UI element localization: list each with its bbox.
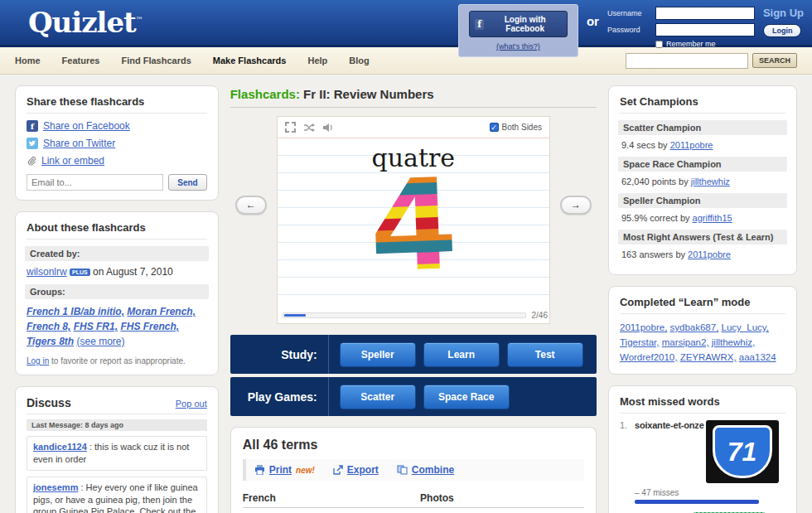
nav-features[interactable]: Features bbox=[62, 56, 100, 65]
group-link[interactable]: Moran French, bbox=[127, 306, 196, 317]
champion-user-link[interactable]: 2011pobre bbox=[670, 140, 713, 150]
next-card-button[interactable]: → bbox=[560, 196, 592, 215]
learn-user-link[interactable]: Wordref2010, bbox=[620, 352, 677, 362]
champion-user-link[interactable]: agriffith15 bbox=[693, 213, 732, 223]
learn-mode-title: Completed “Learn” mode bbox=[620, 296, 785, 314]
flashcard-image-number: 4 bbox=[278, 155, 549, 297]
learn-mode-panel: Completed “Learn” mode 2011pobre, sydbak… bbox=[608, 286, 797, 375]
flashcard-face[interactable]: quatre 4 bbox=[278, 138, 549, 307]
learn-user-link[interactable]: sydbak687, bbox=[670, 322, 719, 332]
nav-home[interactable]: Home bbox=[15, 56, 41, 65]
nav-help[interactable]: Help bbox=[307, 56, 327, 65]
signup-link[interactable]: Sign Up bbox=[763, 7, 804, 19]
remember-me-checkbox[interactable] bbox=[655, 41, 663, 48]
last-message-label: Last Message: 8 days ago bbox=[27, 419, 207, 431]
champion-label: Most Right Answers (Test & Learn) bbox=[618, 230, 787, 244]
all-terms-title: All 46 terms bbox=[243, 438, 584, 453]
right-sidebar: Set Champions Scatter Champion 9.4 secs … bbox=[608, 85, 797, 513]
group-link[interactable]: French 8, bbox=[27, 321, 70, 332]
nav-make-flashcards[interactable]: Make Flashcards bbox=[213, 56, 287, 65]
share-panel: Share these flashcards f Share on Facebo… bbox=[15, 85, 219, 201]
study-label: Study: bbox=[230, 348, 328, 361]
prev-card-button[interactable]: ← bbox=[235, 196, 267, 215]
both-sides-toggle[interactable]: ✓ Both Sides bbox=[490, 123, 542, 132]
champion-user-link[interactable]: jillthewhiz bbox=[691, 177, 730, 186]
share-facebook[interactable]: f Share on Facebook bbox=[27, 120, 207, 132]
login-button[interactable]: Login bbox=[763, 24, 802, 37]
audio-icon[interactable] bbox=[323, 123, 334, 133]
learn-user-link[interactable]: aaa1324 bbox=[739, 352, 776, 362]
facebook-icon: f bbox=[27, 120, 38, 132]
message-user-link[interactable]: kandice1124 bbox=[33, 442, 87, 452]
learn-user-link[interactable]: Tigerstar, bbox=[620, 337, 660, 347]
pop-out-link[interactable]: Pop out bbox=[176, 399, 207, 409]
export-tool[interactable]: Export bbox=[333, 464, 379, 476]
play-games-label: Play Games: bbox=[230, 390, 328, 404]
print-tool[interactable]: Print new! bbox=[254, 464, 315, 476]
whats-this-link[interactable]: (what's this?) bbox=[496, 42, 540, 51]
facebook-login-button[interactable]: f Login with Facebook bbox=[469, 11, 568, 37]
quizlet-logo[interactable]: Quizlet™ bbox=[28, 8, 143, 36]
nav-blog[interactable]: Blog bbox=[349, 56, 369, 65]
groups-label: Groups: bbox=[25, 284, 209, 299]
group-link[interactable]: FHS French, bbox=[120, 321, 179, 332]
share-link-embed[interactable]: Link or embed bbox=[27, 155, 207, 167]
share-title: Share these flashcards bbox=[27, 95, 207, 114]
export-icon bbox=[333, 465, 343, 475]
fullscreen-icon[interactable] bbox=[285, 122, 296, 133]
facebook-icon: f bbox=[475, 19, 485, 30]
discuss-message: jonesemm : Hey every one if like guinea … bbox=[27, 477, 207, 513]
send-button[interactable]: Send bbox=[168, 174, 206, 191]
learn-user-link[interactable]: marsipan2, bbox=[662, 337, 709, 347]
password-input[interactable] bbox=[655, 23, 755, 36]
created-date: on August 7, 2010 bbox=[93, 266, 173, 278]
printer-icon bbox=[254, 465, 265, 475]
created-by-label: Created by: bbox=[25, 246, 209, 261]
email-input[interactable] bbox=[27, 174, 163, 191]
plus-badge: PLUS bbox=[70, 269, 90, 276]
log-in-link[interactable]: Log in bbox=[27, 356, 49, 365]
nav-find-flashcards[interactable]: Find Flashcards bbox=[121, 56, 191, 65]
shuffle-icon[interactable] bbox=[303, 123, 316, 133]
column-header-french: French bbox=[243, 492, 420, 508]
group-link[interactable]: FHS FR1, bbox=[74, 321, 118, 332]
paperclip-icon bbox=[27, 156, 36, 167]
misses-bar bbox=[635, 500, 759, 504]
speller-button[interactable]: Speller bbox=[340, 342, 416, 367]
login-form: Username Password Remember me bbox=[607, 7, 755, 48]
test-button[interactable]: Test bbox=[507, 342, 583, 367]
facebook-login-panel: f Login with Facebook (what's this?) bbox=[458, 4, 578, 57]
main-column: Flashcards: Fr II: Review Numbers ← → bbox=[230, 85, 597, 513]
group-link[interactable]: French 1 IB/ab initio, bbox=[27, 306, 124, 317]
scatter-button[interactable]: Scatter bbox=[340, 385, 416, 409]
combine-icon bbox=[397, 465, 408, 475]
road-sign-71-image: 71 bbox=[706, 420, 779, 483]
most-missed-title: Most missed words bbox=[620, 395, 785, 414]
missed-rank: 1. bbox=[620, 420, 635, 483]
learn-user-link[interactable]: 2011pobre, bbox=[620, 322, 667, 332]
learn-button[interactable]: Learn bbox=[423, 342, 500, 367]
share-twitter[interactable]: Share on Twitter bbox=[27, 138, 207, 149]
champion-label: Speller Champion bbox=[618, 193, 787, 208]
card-progress-bar[interactable] bbox=[283, 312, 526, 318]
set-champions-title: Set Champions bbox=[620, 95, 785, 114]
champion-user-link[interactable]: 2011pobre bbox=[688, 249, 731, 259]
see-more-link[interactable]: (see more) bbox=[76, 336, 124, 347]
combine-tool[interactable]: Combine bbox=[397, 464, 454, 476]
column-header-photos: Photos bbox=[420, 492, 584, 508]
flashcard[interactable]: ✓ Both Sides quatre 4 2/46 bbox=[277, 116, 550, 324]
new-flag: new! bbox=[296, 466, 315, 475]
group-link[interactable]: Tigers 8th bbox=[27, 336, 74, 347]
twitter-icon bbox=[27, 138, 38, 149]
remember-me[interactable]: Remember me bbox=[655, 40, 755, 48]
message-user-link[interactable]: jonesemm bbox=[33, 482, 78, 492]
learn-user-link[interactable]: ZEYRAWRX, bbox=[680, 352, 737, 362]
username-input[interactable] bbox=[655, 7, 755, 20]
page-title: Flashcards: Fr II: Review Numbers bbox=[230, 85, 597, 108]
creator-link[interactable]: wilsonlrw bbox=[27, 266, 67, 278]
champion-label: Space Race Champion bbox=[618, 157, 787, 172]
misses-count: – 47 misses bbox=[635, 488, 785, 497]
space-race-button[interactable]: Space Race bbox=[423, 385, 510, 409]
learn-user-link[interactable]: jillthewhiz, bbox=[712, 337, 755, 347]
learn-user-link[interactable]: Lucy_Lucy, bbox=[722, 322, 769, 332]
